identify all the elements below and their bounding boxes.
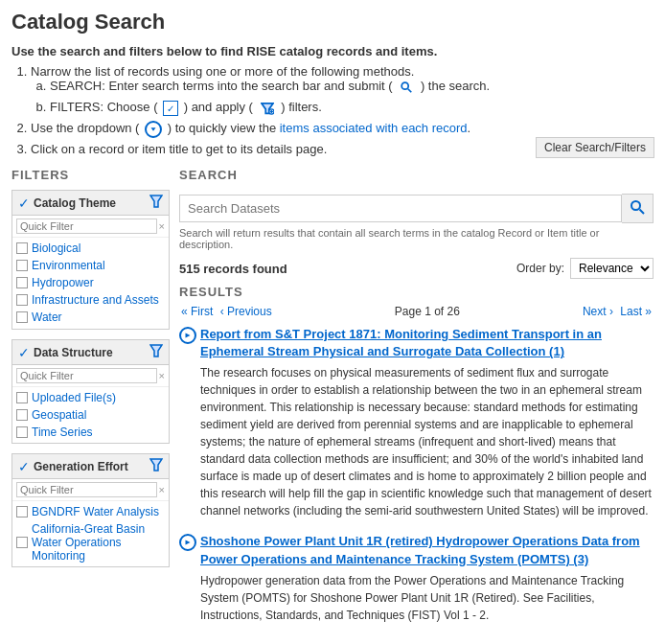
dropdown-icon-inline <box>145 121 162 138</box>
filter-item-water: Water <box>16 309 165 326</box>
filter-label-infrastructure[interactable]: Infrastructure and Assets <box>32 293 159 307</box>
pagination-last[interactable]: Last » <box>620 305 652 318</box>
result-title-1[interactable]: Report from S&T Project 1871: Monitoring… <box>200 326 654 360</box>
order-select[interactable]: Relevance Title Date <box>570 258 654 279</box>
filter-checkbox-infrastructure[interactable] <box>16 294 28 306</box>
filter-quick-input-generation-effort[interactable] <box>16 482 157 497</box>
filter-funnel-icon-data-structure[interactable] <box>149 344 163 360</box>
page-title: Catalog Search <box>11 10 654 34</box>
result-expand-icon-1[interactable] <box>179 327 196 344</box>
pagination-center: Page 1 of 26 <box>395 305 460 318</box>
filter-funnel-icon-catalog-theme[interactable] <box>149 195 163 211</box>
filter-quick-row-data-structure: × <box>12 365 169 387</box>
filter-quick-clear-data-structure[interactable]: × <box>159 370 165 381</box>
filter-checkbox-water[interactable] <box>16 311 28 323</box>
filter-label-california[interactable]: California-Great Basin Water Operations … <box>32 522 165 563</box>
search-icon-inline <box>398 79 415 96</box>
filter-section-data-structure-header: ✓ Data Structure <box>12 340 169 365</box>
pagination-first[interactable]: « First <box>181 305 213 318</box>
svg-marker-7 <box>150 196 162 207</box>
svg-marker-9 <box>150 459 162 471</box>
filter-section-catalog-theme-title: Catalog Theme <box>34 196 116 210</box>
filter-checkbox-geospatial[interactable] <box>16 409 28 421</box>
records-found: 515 records found <box>179 262 287 276</box>
pagination-left: « First ‹ Previous <box>179 305 274 318</box>
filter-label-hydropower[interactable]: Hydropower <box>32 276 94 289</box>
order-by-label: Order by: <box>516 262 564 275</box>
filter-checkbox-california[interactable] <box>16 537 28 548</box>
filter-list-generation-effort: BGNDRF Water Analysis California-Great B… <box>12 501 169 566</box>
filter-label-uploaded-files[interactable]: Uploaded File(s) <box>32 391 116 404</box>
filter-item-uploaded-files: Uploaded File(s) <box>16 389 165 406</box>
filter-funnel-icon-generation-effort[interactable] <box>149 458 163 474</box>
filter-label-time-series[interactable]: Time Series <box>32 426 93 439</box>
filter-quick-row-generation-effort: × <box>12 479 169 501</box>
pagination-row: « First ‹ Previous Page 1 of 26 Next › L… <box>179 305 654 318</box>
svg-marker-6 <box>151 127 156 130</box>
filter-quick-clear-catalog-theme[interactable]: × <box>159 220 165 232</box>
filter-checkbox-uploaded-files[interactable] <box>16 392 28 403</box>
pagination-right: Next › Last » <box>581 305 654 318</box>
result-expand-icon-2[interactable] <box>179 534 196 551</box>
filters-title: FILTERS <box>11 168 170 182</box>
search-button[interactable] <box>622 194 654 223</box>
filter-check-icon-data-structure: ✓ <box>18 345 30 360</box>
svg-point-0 <box>401 82 408 89</box>
results-info-row: 515 records found Order by: Relevance Ti… <box>179 258 654 279</box>
filter-label-environmental[interactable]: Environmental <box>32 259 105 272</box>
clear-search-filters-button[interactable]: Clear Search/Filters <box>536 137 654 158</box>
instructions-intro: Use the search and filters below to find… <box>11 44 654 58</box>
svg-marker-8 <box>150 345 162 356</box>
main-content: SEARCH Clear Search/Filters Search will … <box>179 168 654 637</box>
filter-checkbox-time-series[interactable] <box>16 426 28 438</box>
filter-label-geospatial[interactable]: Geospatial <box>32 408 86 422</box>
filter-item-environmental: Environmental <box>16 257 165 274</box>
pagination-prev[interactable]: ‹ Previous <box>220 305 272 318</box>
result-item-2: Shoshone Power Plant Unit 1R (retired) H… <box>179 533 654 623</box>
order-by-row: Order by: Relevance Title Date <box>516 258 654 279</box>
filter-quick-clear-generation-effort[interactable]: × <box>159 484 165 495</box>
filter-label-biological[interactable]: Biological <box>32 242 80 255</box>
filter-checkbox-environmental[interactable] <box>16 260 28 271</box>
filter-item-geospatial: Geospatial <box>16 406 165 424</box>
filter-item-infrastructure: Infrastructure and Assets <box>16 291 165 309</box>
filter-label-bgndrf[interactable]: BGNDRF Water Analysis <box>32 505 159 518</box>
filter-section-generation-effort-title: Generation Effort <box>34 460 128 473</box>
sidebar: FILTERS ✓ Catalog Theme × <box>11 168 170 637</box>
result-item-1: Report from S&T Project 1871: Monitoring… <box>179 326 654 519</box>
filter-label-water[interactable]: Water <box>32 310 62 324</box>
pagination-next[interactable]: Next › <box>583 305 613 318</box>
filter-section-data-structure: ✓ Data Structure × Up <box>11 339 170 444</box>
instruction-sub-b: FILTERS: Choose ( ✓ ) and apply ( ) filt <box>50 100 654 117</box>
filter-section-catalog-theme: ✓ Catalog Theme × Bio <box>11 190 170 330</box>
filter-item-bgndrf: BGNDRF Water Analysis <box>16 503 165 520</box>
main-layout: FILTERS ✓ Catalog Theme × <box>11 168 654 637</box>
filter-section-catalog-theme-header: ✓ Catalog Theme <box>12 191 169 216</box>
filter-checkbox-hydropower[interactable] <box>16 277 28 288</box>
filter-item-time-series: Time Series <box>16 424 165 441</box>
filter-quick-input-data-structure[interactable] <box>16 368 157 383</box>
search-input[interactable] <box>179 195 622 222</box>
filter-section-generation-effort: ✓ Generation Effort × <box>11 453 170 567</box>
filter-list-data-structure: Uploaded File(s) Geospatial Time Series <box>12 387 169 443</box>
filter-checkbox-bgndrf[interactable] <box>16 506 28 518</box>
svg-point-10 <box>631 201 640 210</box>
search-section: SEARCH Clear Search/Filters Search will … <box>179 168 654 250</box>
filter-quick-input-catalog-theme[interactable] <box>16 218 157 234</box>
instruction-sublist: SEARCH: Enter search terms into the sear… <box>31 79 654 117</box>
instruction-item-1: Narrow the list of records using one or … <box>31 64 654 117</box>
filter-checkbox-biological[interactable] <box>16 242 28 254</box>
filter-header-left: ✓ Catalog Theme <box>18 196 116 211</box>
filter-section-data-structure-title: Data Structure <box>34 346 113 359</box>
instruction-item-2: Use the dropdown ( ) to quickly view the… <box>31 121 654 138</box>
svg-line-11 <box>640 210 645 215</box>
svg-marker-13 <box>186 540 191 545</box>
svg-line-1 <box>408 89 412 93</box>
search-section-title: SEARCH <box>179 168 238 182</box>
filter-item-water-quality: Water Quality <box>16 326 165 329</box>
items-link[interactable]: items associated with each record <box>280 121 468 135</box>
filter-label-water-quality[interactable]: Water Quality <box>32 328 101 329</box>
filter-item-hydropower: Hydropower <box>16 274 165 291</box>
filter-header-left-ds: ✓ Data Structure <box>18 345 113 360</box>
result-title-2[interactable]: Shoshone Power Plant Unit 1R (retired) H… <box>200 533 654 567</box>
